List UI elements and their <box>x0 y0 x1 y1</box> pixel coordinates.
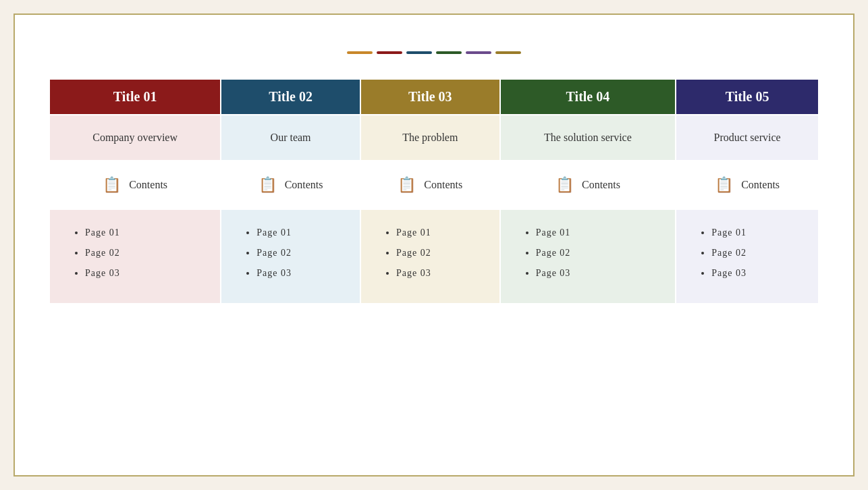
list-icon: 📋 <box>259 176 277 194</box>
header-cell-col2: Title 02 <box>221 79 360 115</box>
pages-row: Page 01Page 02Page 03Page 01Page 02Page … <box>49 209 819 304</box>
page-list-item: Page 02 <box>536 244 665 263</box>
decorative-line <box>406 51 432 54</box>
contents-cell-col5: 📋Contents <box>676 161 819 209</box>
contents-label: Contents <box>285 179 323 191</box>
page-list-item: Page 01 <box>396 223 489 242</box>
subtitle-cell-col2: Our team <box>221 115 360 161</box>
decorative-line <box>436 51 462 54</box>
decorative-line <box>377 51 402 54</box>
contents-label: Contents <box>129 179 167 191</box>
contents-cell-col4: 📋Contents <box>500 161 676 209</box>
contents-label: Contents <box>424 179 462 191</box>
decorative-line <box>347 51 373 54</box>
page-list-item: Page 03 <box>536 264 665 283</box>
page-list-item: Page 02 <box>711 244 807 263</box>
list-icon: 📋 <box>715 176 733 194</box>
subtitle-cell-col5: Product service <box>676 115 819 161</box>
decorative-line <box>495 51 521 54</box>
contents-label: Contents <box>582 179 620 191</box>
page-list-item: Page 02 <box>85 244 209 263</box>
contents-row: 📋Contents📋Contents📋Contents📋Contents📋Con… <box>49 161 819 209</box>
table-container: Title 01Title 02Title 03Title 04Title 05… <box>49 78 819 304</box>
list-icon: 📋 <box>398 176 416 194</box>
contents-label: Contents <box>741 179 780 191</box>
toc-table: Title 01Title 02Title 03Title 04Title 05… <box>49 78 819 304</box>
header-cell-col5: Title 05 <box>676 79 819 115</box>
page-list-item: Page 01 <box>256 223 349 242</box>
page-list-item: Page 01 <box>85 223 209 242</box>
subtitle-cell-col3: The problem <box>360 115 500 161</box>
header-cell-col4: Title 04 <box>500 79 676 115</box>
subtitle-cell-col4: The solution service <box>500 115 676 161</box>
decorative-lines <box>347 51 521 54</box>
header-row: Title 01Title 02Title 03Title 04Title 05 <box>49 79 819 115</box>
page-list-item: Page 03 <box>85 264 209 283</box>
pages-cell-col5: Page 01Page 02Page 03 <box>676 209 819 304</box>
list-icon: 📋 <box>555 176 574 194</box>
page-list-item: Page 03 <box>711 264 807 283</box>
pages-cell-col4: Page 01Page 02Page 03 <box>500 209 676 304</box>
pages-cell-col2: Page 01Page 02Page 03 <box>221 209 360 304</box>
header-cell-col3: Title 03 <box>360 79 500 115</box>
subtitle-cell-col1: Company overview <box>49 115 221 161</box>
page-list-item: Page 03 <box>396 264 489 283</box>
slide-container: Title 01Title 02Title 03Title 04Title 05… <box>13 13 855 477</box>
page-list-item: Page 03 <box>256 264 349 283</box>
list-icon: 📋 <box>103 176 121 194</box>
header-cell-col1: Title 01 <box>49 79 221 115</box>
pages-cell-col1: Page 01Page 02Page 03 <box>49 209 221 304</box>
contents-cell-col1: 📋Contents <box>49 161 221 209</box>
decorative-line <box>466 51 491 54</box>
contents-cell-col2: 📋Contents <box>221 161 360 209</box>
subtitle-row: Company overviewOur teamThe problemThe s… <box>49 115 819 161</box>
page-list-item: Page 01 <box>536 223 665 242</box>
page-list-item: Page 02 <box>256 244 349 263</box>
page-list-item: Page 02 <box>396 244 489 263</box>
page-list-item: Page 01 <box>711 223 807 242</box>
contents-cell-col3: 📋Contents <box>360 161 500 209</box>
pages-cell-col3: Page 01Page 02Page 03 <box>360 209 500 304</box>
